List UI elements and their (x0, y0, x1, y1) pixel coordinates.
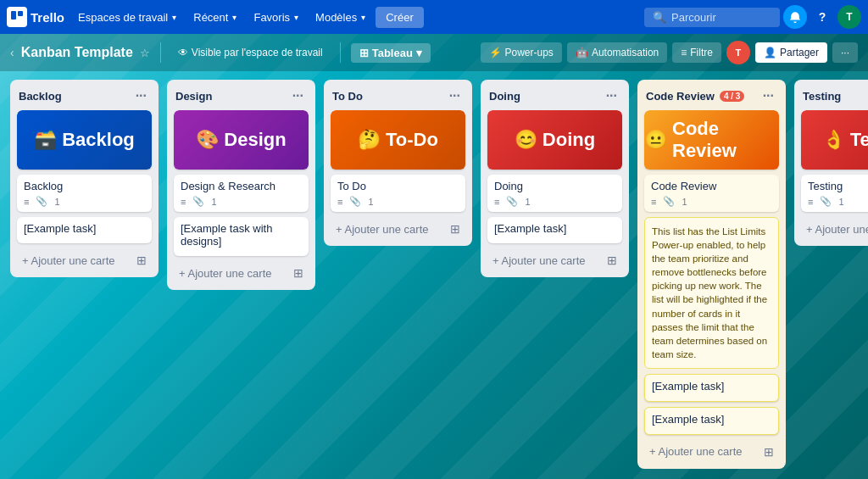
robot-icon: 🤖 (576, 47, 588, 58)
view-button[interactable]: ⊞ Tableau ▾ (351, 43, 431, 63)
visibility-button[interactable]: 👁 Visible par l'espace de travail (171, 43, 330, 62)
share-icon: 👤 (764, 47, 776, 58)
card-code-review-task[interactable]: Code Review ≡ 📎 1 (644, 175, 779, 212)
card-code-review-example1-title: [Example task] (652, 380, 771, 393)
header-divider-2 (340, 42, 341, 63)
card-todo-header[interactable]: 🤔 To-Do (331, 110, 465, 170)
column-todo-title: To Do (332, 90, 363, 103)
attachment-icon: 📎 (820, 196, 832, 207)
code-review-badge: 4 / 3 (720, 91, 744, 102)
template-icon: ⊞ (764, 445, 774, 459)
help-button[interactable]: ? (810, 5, 834, 29)
attachment-icon: 📎 (349, 196, 361, 207)
card-doing-header[interactable]: 😊 Doing (487, 110, 622, 170)
add-card-code-review[interactable]: + Ajouter une carte ⊞ (641, 440, 782, 464)
backlog-header-text: Backlog (62, 129, 135, 151)
card-design-header[interactable]: 🎨 Design (174, 110, 309, 170)
workspaces-menu[interactable]: Espaces de travail ▾ (71, 8, 183, 27)
filter-button[interactable]: ≡ Filtre (672, 42, 721, 63)
description-icon: ≡ (24, 197, 29, 207)
card-doing-example[interactable]: [Example task] (487, 217, 622, 243)
chevron-down-icon: ▾ (232, 13, 236, 22)
svg-rect-1 (18, 11, 23, 16)
card-testing-task-meta: ≡ 📎 1 (808, 196, 868, 207)
column-todo: To Do ··· 🤔 To-Do To Do ≡ 📎 1 (324, 80, 472, 246)
user-avatar[interactable]: T (837, 5, 861, 29)
trello-logo[interactable]: Trello (7, 7, 64, 27)
todo-header-text: To-Do (386, 129, 438, 151)
chevron-down-icon: ▾ (361, 13, 365, 22)
templates-menu[interactable]: Modèles ▾ (309, 8, 372, 27)
card-code-review-example2[interactable]: [Example task] (644, 407, 779, 435)
template-icon: ⊞ (450, 222, 460, 236)
search-bar[interactable]: 🔍 Parcourir (644, 8, 780, 27)
description-icon: ≡ (337, 197, 342, 207)
card-design-example[interactable]: [Example task with designs] (174, 217, 309, 256)
recent-menu[interactable]: Récent ▾ (186, 8, 243, 27)
card-backlog-task[interactable]: Backlog ≡ 📎 1 (17, 175, 152, 212)
top-navigation: Trello Espaces de travail ▾ Récent ▾ Fav… (0, 0, 868, 34)
column-doing-title: Doing (489, 90, 520, 103)
column-code-review-header: Code Review 4 / 3 ··· (637, 80, 786, 110)
description-icon: ≡ (808, 197, 813, 207)
column-design: Design ··· 🎨 Design Design & Research ≡ … (167, 80, 315, 290)
card-design-research[interactable]: Design & Research ≡ 📎 1 (174, 175, 309, 212)
card-doing-example-title: [Example task] (494, 222, 615, 235)
card-code-review-task-meta: ≡ 📎 1 (651, 196, 772, 207)
automation-button[interactable]: 🤖 Automatisation (567, 42, 667, 63)
add-card-doing[interactable]: + Ajouter une carte ⊞ (484, 248, 626, 272)
chevron-down-icon: ▾ (294, 13, 298, 22)
design-header-emoji: 🎨 (196, 129, 219, 151)
share-button[interactable]: 👤 Partager (755, 42, 827, 63)
column-code-review-menu[interactable]: ··· (760, 86, 777, 105)
power-icon: ⚡ (489, 47, 502, 58)
star-icon[interactable]: ☆ (140, 47, 150, 59)
description-icon: ≡ (181, 197, 186, 207)
add-card-testing[interactable]: + Ajouter une carte ⊞ (798, 217, 868, 241)
backlog-header-emoji: 🗃️ (34, 129, 57, 151)
card-backlog-header[interactable]: 🗃️ Backlog (17, 110, 152, 170)
add-card-backlog[interactable]: + Ajouter une carte ⊞ (14, 248, 155, 272)
card-code-review-example1[interactable]: [Example task] (644, 374, 779, 402)
create-button[interactable]: Créer (376, 7, 424, 28)
chevron-down-icon: ▾ (172, 13, 176, 22)
card-todo-task[interactable]: To Do ≡ 📎 1 (331, 175, 465, 212)
column-code-review: Code Review 4 / 3 ··· 😐 Code Review Code… (637, 80, 786, 469)
board-title[interactable]: Kanban Template (21, 45, 133, 60)
column-design-header: Design ··· (167, 80, 315, 110)
card-code-review-example2-title: [Example task] (652, 413, 771, 426)
card-testing-header[interactable]: 👌 Testing (801, 110, 868, 170)
attachment-icon: 📎 (663, 196, 675, 207)
add-card-todo[interactable]: + Ajouter une carte ⊞ (327, 217, 469, 241)
card-code-review-header[interactable]: 😐 Code Review (644, 110, 779, 170)
notifications-button[interactable] (783, 5, 807, 29)
attachment-icon: 📎 (36, 196, 47, 207)
column-doing-menu[interactable]: ··· (603, 86, 620, 105)
design-header-text: Design (224, 129, 286, 151)
card-testing-task[interactable]: Testing ≡ 📎 1 (801, 175, 868, 212)
testing-header-text: Testing (850, 129, 868, 151)
description-icon: ≡ (651, 197, 656, 207)
attachment-count: 1 (682, 197, 687, 207)
board-more-button[interactable]: ··· (832, 42, 858, 63)
attachment-count: 1 (838, 197, 843, 207)
header-divider (160, 42, 161, 63)
starred-menu[interactable]: Favoris ▾ (247, 8, 305, 27)
column-design-menu[interactable]: ··· (289, 86, 307, 105)
column-backlog-menu[interactable]: ··· (132, 86, 150, 105)
card-doing-task[interactable]: Doing ≡ 📎 1 (487, 175, 622, 212)
todo-header-emoji: 🤔 (358, 129, 381, 151)
back-icon[interactable]: ‹ (10, 46, 14, 59)
card-backlog-example[interactable]: [Example task] (17, 217, 152, 243)
filter-icon: ≡ (681, 47, 687, 58)
powerups-button[interactable]: ⚡ Power-ups (481, 42, 562, 63)
card-code-review-task-title: Code Review (651, 180, 772, 192)
attachment-count: 1 (54, 197, 59, 207)
column-backlog-title: Backlog (19, 90, 62, 103)
column-backlog-header: Backlog ··· (10, 80, 159, 110)
attachment-icon: 📎 (506, 196, 518, 207)
board-user-avatar[interactable]: T (726, 41, 750, 64)
column-todo-menu[interactable]: ··· (446, 86, 464, 105)
add-card-design[interactable]: + Ajouter une carte ⊞ (170, 261, 312, 285)
column-testing-header: Testing ··· (794, 80, 868, 110)
